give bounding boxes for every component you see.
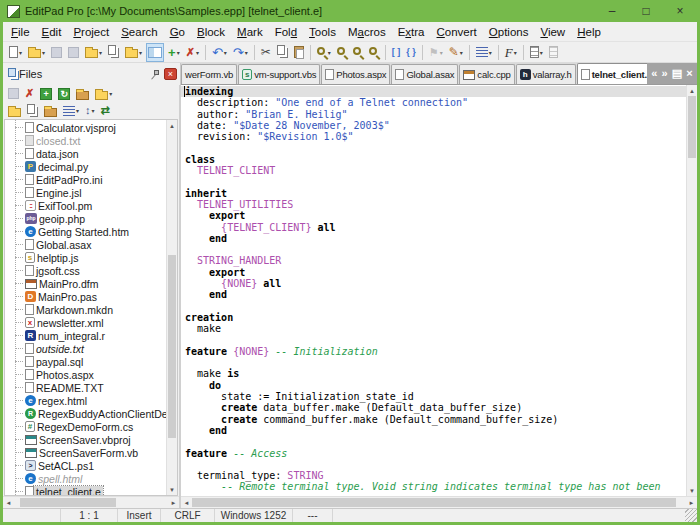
tab-telnet-client-e[interactable]: telnet_client.e: [577, 63, 647, 84]
code-line[interactable]: [185, 176, 686, 187]
minimize-button[interactable]: –: [595, 0, 629, 22]
unfold-button[interactable]: [547, 43, 560, 62]
tree-item[interactable]: telnet_client.e: [5, 485, 166, 495]
code-line[interactable]: feature {NONE} -- Initialization: [185, 346, 686, 357]
status-segment[interactable]: 1 : 1: [61, 509, 118, 522]
tab-vm-support-vbs[interactable]: svm-support.vbs: [238, 64, 320, 84]
match-bracket-button[interactable]: [ ]: [390, 43, 403, 62]
line-numbers-button[interactable]: ▾: [474, 43, 494, 62]
bookmark-button[interactable]: ⚑▾: [427, 43, 445, 62]
code-area[interactable]: indexing description: "One end of a Teln…: [181, 85, 686, 496]
browse-folder-button[interactable]: [42, 101, 59, 120]
tree-hscroll-thumb[interactable]: [20, 498, 115, 507]
editor-scroll-thumb[interactable]: [688, 96, 696, 158]
tree-item[interactable]: #RegexDemoForm.cs: [5, 420, 166, 433]
menu-convert[interactable]: Convert: [431, 24, 483, 40]
menu-mark[interactable]: Mark: [231, 24, 269, 40]
tab-photos-aspx[interactable]: Photos.aspx: [321, 64, 390, 84]
menu-macros[interactable]: Macros: [342, 24, 392, 40]
code-line[interactable]: end: [185, 425, 686, 436]
code-line[interactable]: [185, 436, 686, 447]
code-line[interactable]: feature -- Access: [185, 448, 686, 459]
tree-item[interactable]: DMainPro.pas: [5, 290, 166, 303]
tree-item[interactable]: ScreenSaverForm.vb: [5, 446, 166, 459]
copy-button[interactable]: [275, 43, 290, 62]
dropdown-arrow-icon[interactable]: ▾: [440, 49, 443, 56]
tree-item[interactable]: espell.html: [5, 472, 166, 485]
code-line[interactable]: export: [185, 210, 686, 221]
scroll-left-icon[interactable]: ◄: [3, 500, 14, 506]
code-line[interactable]: creation: [185, 312, 686, 323]
menu-edit[interactable]: Edit: [36, 24, 68, 40]
editor-scroll-track[interactable]: [687, 96, 697, 485]
pin-icon[interactable]: [149, 69, 160, 80]
open-file-button[interactable]: ▾: [26, 43, 47, 62]
code-line[interactable]: revision: "$Revision 1.0$": [185, 131, 686, 142]
highlight-pen-button[interactable]: ✎▾: [447, 43, 465, 62]
tree-vertical-scrollbar[interactable]: ▲ ▼: [166, 120, 177, 495]
maximize-button[interactable]: □: [629, 0, 663, 22]
scroll-down-icon[interactable]: ▼: [687, 485, 697, 496]
tree-horizontal-scrollbar[interactable]: ◄ ►: [3, 496, 179, 508]
menu-fold[interactable]: Fold: [269, 24, 303, 40]
dropdown-arrow-icon[interactable]: ▾: [245, 49, 248, 56]
select-bracket-button[interactable]: { }: [404, 43, 418, 62]
dropdown-arrow-icon[interactable]: ▾: [19, 49, 22, 56]
redo-button[interactable]: ↷▾: [231, 43, 250, 62]
dropdown-arrow-icon[interactable]: ▾: [196, 49, 199, 56]
find-next-button[interactable]: [351, 43, 365, 62]
tree-item[interactable]: ScreenSaver.vbproj: [5, 433, 166, 446]
tree-item[interactable]: outside.txt: [5, 342, 166, 355]
compare-files-button[interactable]: [25, 101, 40, 120]
tab-werform-vb[interactable]: werForm.vb: [181, 64, 237, 84]
menu-block[interactable]: Block: [191, 24, 231, 40]
code-line[interactable]: make: [185, 323, 686, 334]
tree-hscroll-track[interactable]: [14, 497, 168, 508]
view-mode-button[interactable]: ▾: [61, 101, 81, 120]
tree-item[interactable]: paypal.sql: [5, 355, 166, 368]
tree-item[interactable]: phpgeoip.php: [5, 212, 166, 225]
menu-tools[interactable]: Tools: [303, 24, 342, 40]
menu-options[interactable]: Options: [483, 24, 535, 40]
close-document-button[interactable]: ✗▾: [184, 43, 201, 62]
menu-help[interactable]: Help: [571, 24, 607, 40]
code-line[interactable]: [185, 335, 686, 346]
scroll-right-icon[interactable]: ►: [686, 500, 697, 506]
code-line[interactable]: end: [185, 233, 686, 244]
code-line[interactable]: do: [185, 380, 686, 391]
code-line[interactable]: -- Remote terminal type. Void string ind…: [185, 481, 686, 492]
dropdown-arrow-icon[interactable]: ▾: [224, 49, 227, 56]
dropdown-arrow-icon[interactable]: ▾: [489, 49, 492, 56]
dropdown-arrow-icon[interactable]: ▾: [460, 49, 463, 56]
save-file-button[interactable]: [49, 43, 64, 62]
tree-item[interactable]: Calculator.vjsproj: [5, 121, 166, 134]
search-back-button[interactable]: [335, 43, 349, 62]
tree-item[interactable]: Markdown.mkdn: [5, 303, 166, 316]
tree-scroll-thumb[interactable]: [168, 255, 176, 439]
code-line[interactable]: [185, 357, 686, 368]
favorites-button[interactable]: [106, 43, 121, 62]
tree-item[interactable]: RRegexBuddyActionClientDem: [5, 407, 166, 420]
code-line[interactable]: make is: [185, 368, 686, 379]
cut-button[interactable]: ✂: [259, 43, 273, 62]
menu-file[interactable]: File: [5, 24, 36, 40]
code-line[interactable]: [185, 244, 686, 255]
status-segment[interactable]: CRLF: [161, 509, 215, 522]
tree-item[interactable]: Rnum_integral.r: [5, 329, 166, 342]
menu-extra[interactable]: Extra: [392, 24, 431, 40]
files-panel-close-button[interactable]: ×: [164, 68, 177, 80]
editor-horizontal-scrollbar[interactable]: ◄ ►: [181, 496, 697, 508]
scroll-right-icon[interactable]: ►: [168, 500, 179, 506]
menu-view[interactable]: View: [534, 24, 571, 40]
tree-item[interactable]: MainPro.dfm: [5, 277, 166, 290]
tree-item[interactable]: Global.asax: [5, 238, 166, 251]
dropdown-arrow-icon[interactable]: ▾: [328, 49, 331, 56]
tab-close-button[interactable]: ×: [686, 68, 692, 79]
scroll-up-icon[interactable]: ▲: [167, 120, 177, 131]
code-line[interactable]: author: "Brian E. Heilig": [185, 109, 686, 120]
tab-scroll-left-button[interactable]: «: [651, 68, 657, 79]
code-line[interactable]: terminal_type: STRING: [185, 470, 686, 481]
sort-files-button[interactable]: ↕▾: [83, 101, 97, 120]
fold-button[interactable]: ▾: [528, 43, 545, 62]
tab-valarray-h[interactable]: hvalarray.h: [516, 64, 576, 84]
